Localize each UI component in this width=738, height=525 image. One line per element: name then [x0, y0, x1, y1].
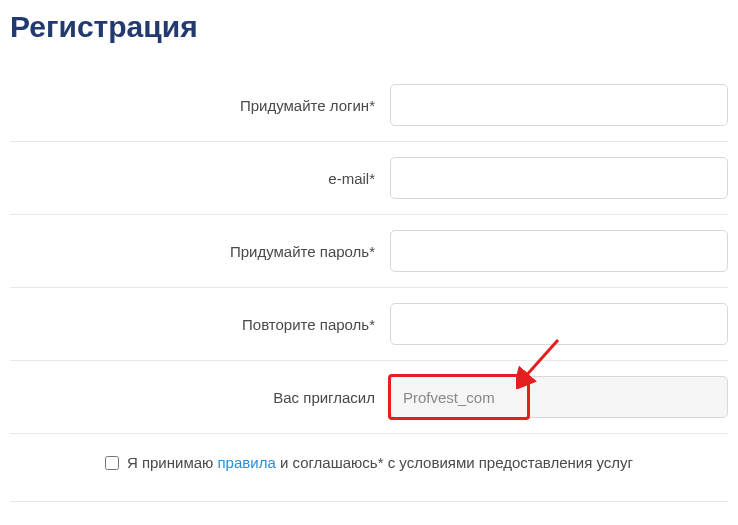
email-input[interactable]: [390, 157, 728, 199]
terms-row: Я принимаю правила и соглашаюсь* с услов…: [10, 434, 728, 502]
form-row-login: Придумайте логин*: [10, 69, 728, 142]
terms-link[interactable]: правила: [218, 454, 276, 471]
login-label: Придумайте логин*: [10, 97, 390, 114]
referrer-input: [390, 376, 728, 418]
page-title: Регистрация: [10, 10, 728, 44]
form-row-referrer: Вас пригласил: [10, 361, 728, 434]
referrer-label: Вас пригласил: [10, 389, 390, 406]
password-confirm-label: Повторите пароль*: [10, 316, 390, 333]
password-label: Придумайте пароль*: [10, 243, 390, 260]
terms-checkbox[interactable]: [105, 456, 119, 470]
terms-suffix: и соглашаюсь* с условиями предоставления…: [276, 454, 633, 471]
email-label: e-mail*: [10, 170, 390, 187]
form-row-password-confirm: Повторите пароль*: [10, 288, 728, 361]
form-row-email: e-mail*: [10, 142, 728, 215]
terms-prefix: Я принимаю: [127, 454, 218, 471]
form-row-password: Придумайте пароль*: [10, 215, 728, 288]
password-confirm-input[interactable]: [390, 303, 728, 345]
login-input[interactable]: [390, 84, 728, 126]
terms-text: Я принимаю правила и соглашаюсь* с услов…: [127, 454, 633, 471]
password-input[interactable]: [390, 230, 728, 272]
